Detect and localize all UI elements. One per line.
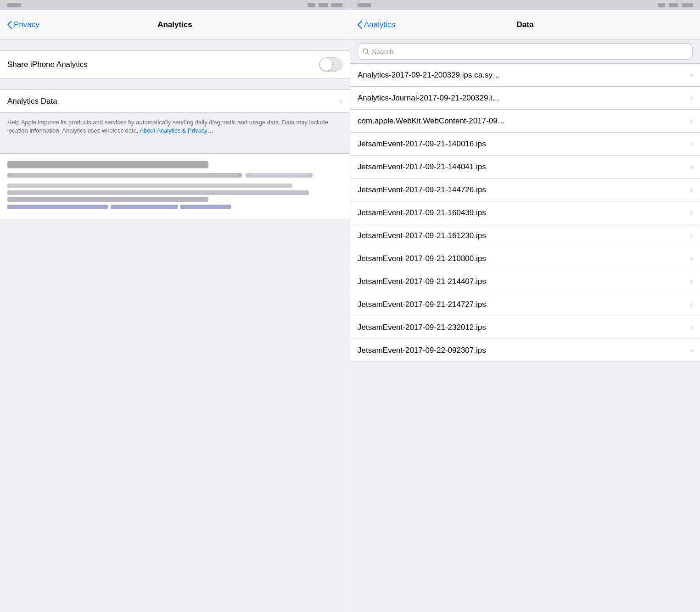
right-status-bar	[350, 0, 700, 10]
blurred-line-2	[7, 184, 292, 188]
file-name-label: JetsamEvent-2017-09-21-140016.ips	[358, 139, 486, 149]
analytics-data-label: Analytics Data	[7, 97, 57, 106]
blurred-line-1	[7, 173, 242, 178]
back-to-analytics-button[interactable]: Analytics	[358, 20, 395, 29]
right-page-title: Data	[517, 20, 534, 29]
status-wifi	[319, 3, 328, 7]
blurred-blue-1	[7, 205, 108, 209]
file-name-label: JetsamEvent-2017-09-22-092307.ips	[358, 346, 486, 355]
list-item[interactable]: JetsamEvent-2017-09-21-160439.ips›	[350, 201, 700, 224]
row-chevron-icon: ›	[690, 70, 693, 80]
right-status-wifi	[669, 3, 678, 7]
share-analytics-label: Share iPhone Analytics	[7, 60, 88, 69]
toggle-section: Share iPhone Analytics	[0, 50, 350, 78]
row-chevron-icon: ›	[690, 208, 693, 217]
list-item[interactable]: JetsamEvent-2017-09-21-210800.ips›	[350, 247, 700, 270]
row-chevron-icon: ›	[690, 345, 693, 355]
right-status-battery	[682, 3, 693, 7]
status-battery	[331, 3, 342, 7]
blurred-blue-3	[180, 205, 231, 209]
list-item[interactable]: JetsamEvent-2017-09-21-161230.ips›	[350, 224, 700, 247]
list-item[interactable]: JetsamEvent-2017-09-21-140016.ips›	[350, 133, 700, 156]
share-analytics-row[interactable]: Share iPhone Analytics	[0, 50, 350, 78]
left-panel: Privacy Analytics Share iPhone Analytics…	[0, 0, 350, 612]
right-status-signal	[658, 3, 665, 7]
list-item[interactable]: JetsamEvent-2017-09-21-214407.ips›	[350, 270, 700, 293]
file-name-label: JetsamEvent-2017-09-21-160439.ips	[358, 208, 486, 217]
list-item[interactable]: JetsamEvent-2017-09-21-232012.ips›	[350, 316, 700, 339]
file-name-label: Analytics-2017-09-21-200329.ips.ca.sy…	[358, 71, 500, 80]
row-chevron-icon: ›	[690, 116, 693, 126]
status-time	[7, 3, 21, 7]
left-status-bar	[0, 0, 350, 10]
right-panel: Analytics Data Search Analytics-2017-09-…	[350, 0, 700, 612]
file-name-label: JetsamEvent-2017-09-21-214407.ips	[358, 277, 486, 286]
right-chevron-left-icon	[358, 21, 362, 29]
file-name-label: JetsamEvent-2017-09-21-232012.ips	[358, 323, 486, 332]
row-chevron-icon: ›	[690, 93, 693, 103]
blurred-blue-2	[111, 205, 178, 209]
status-signal	[308, 3, 315, 7]
chevron-left-icon	[7, 21, 12, 29]
blurred-toggle-area	[246, 173, 313, 178]
file-name-label: Analytics-Journal-2017-09-21-200329.i…	[358, 94, 500, 103]
row-chevron-icon: ›	[690, 185, 693, 195]
right-nav-bar: Analytics Data	[350, 10, 700, 39]
list-item[interactable]: JetsamEvent-2017-09-22-092307.ips›	[350, 339, 700, 362]
search-placeholder: Search	[372, 48, 394, 56]
file-name-label: JetsamEvent-2017-09-21-214727.ips	[358, 300, 486, 309]
row-chevron-icon: ›	[690, 162, 693, 172]
left-nav-bar: Privacy Analytics	[0, 10, 350, 39]
row-chevron-icon: ›	[690, 277, 693, 286]
blurred-line-3	[7, 190, 309, 195]
row-chevron-icon: ›	[690, 231, 693, 240]
file-name-label: com.apple.WebKit.WebContent-2017-09…	[358, 117, 505, 126]
blurred-header	[7, 161, 208, 168]
row-chevron-icon: ›	[690, 300, 693, 309]
description-section: Help Apple improve its products and serv…	[0, 113, 350, 142]
right-status-time	[358, 3, 371, 7]
back-to-privacy-button[interactable]: Privacy	[7, 20, 39, 29]
row-chevron-icon: ›	[690, 139, 693, 149]
back-label: Privacy	[14, 20, 39, 29]
analytics-data-section: Analytics Data ›	[0, 89, 350, 113]
search-icon	[363, 48, 369, 55]
analytics-data-chevron: ›	[340, 96, 342, 106]
description-text: Help Apple improve its products and serv…	[7, 118, 342, 135]
right-back-label: Analytics	[364, 20, 395, 29]
blurred-section	[0, 153, 350, 219]
toggle-knob	[320, 58, 332, 71]
analytics-data-row[interactable]: Analytics Data ›	[0, 89, 350, 113]
file-name-label: JetsamEvent-2017-09-21-161230.ips	[358, 231, 486, 240]
analytics-files-list: Analytics-2017-09-21-200329.ips.ca.sy…›A…	[350, 63, 700, 612]
search-bar-area: Search	[350, 39, 700, 63]
left-page-title: Analytics	[157, 20, 192, 29]
share-analytics-toggle[interactable]	[319, 57, 342, 72]
analytics-privacy-link[interactable]: About Analytics & Privacy…	[140, 127, 213, 134]
list-item[interactable]: com.apple.WebKit.WebContent-2017-09…›	[350, 110, 700, 133]
row-chevron-icon: ›	[690, 323, 693, 332]
file-name-label: JetsamEvent-2017-09-21-144041.ips	[358, 162, 486, 172]
row-chevron-icon: ›	[690, 254, 693, 263]
list-item[interactable]: JetsamEvent-2017-09-21-144726.ips›	[350, 178, 700, 201]
file-name-label: JetsamEvent-2017-09-21-210800.ips	[358, 254, 486, 263]
list-item[interactable]: Analytics-2017-09-21-200329.ips.ca.sy…›	[350, 63, 700, 87]
list-items-container: Analytics-2017-09-21-200329.ips.ca.sy…›A…	[350, 63, 700, 362]
blurred-line-4	[7, 197, 208, 202]
list-item[interactable]: JetsamEvent-2017-09-21-214727.ips›	[350, 293, 700, 316]
list-item[interactable]: JetsamEvent-2017-09-21-144041.ips›	[350, 156, 700, 178]
search-bar[interactable]: Search	[358, 43, 693, 60]
file-name-label: JetsamEvent-2017-09-21-144726.ips	[358, 185, 486, 195]
list-item[interactable]: Analytics-Journal-2017-09-21-200329.i…›	[350, 87, 700, 110]
